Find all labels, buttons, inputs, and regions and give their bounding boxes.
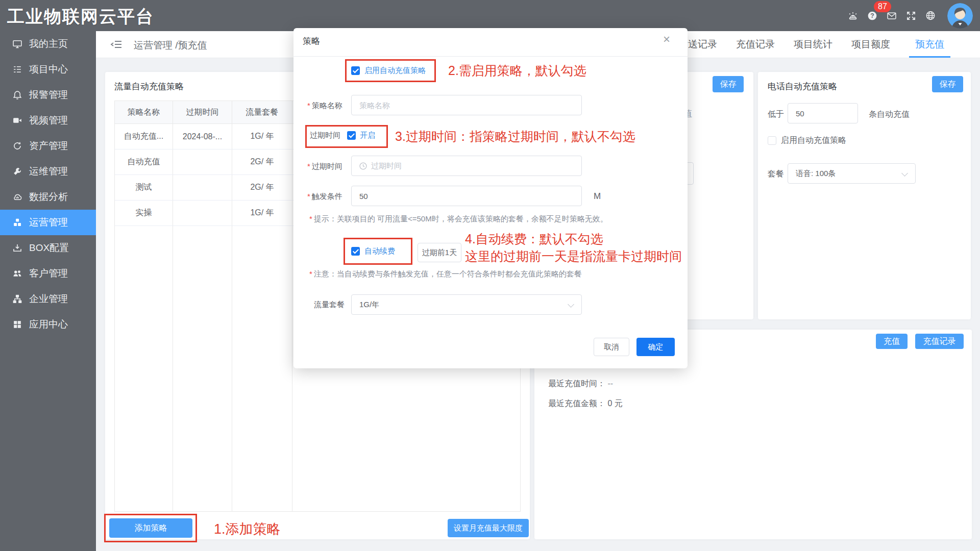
sidebar: 我的主页 项目中心 报警管理 视频管理 资产管理 运维管理 数据分析 运营管理 xyxy=(0,31,96,551)
last-time-label: 最近充值时间： xyxy=(548,379,605,388)
sidebar-item-box-config[interactable]: BOX配置 xyxy=(0,235,96,261)
sidebar-item-label: 数据分析 xyxy=(29,190,68,204)
phone-save-button[interactable]: 保存 xyxy=(932,76,963,92)
phone-package-select[interactable]: 语音: 100条 xyxy=(788,163,916,184)
modal-divider xyxy=(293,56,688,57)
expire-placeholder: 过期时间 xyxy=(371,161,402,171)
recycle-icon xyxy=(12,141,22,151)
sidebar-item-data-analysis[interactable]: 数据分析 xyxy=(0,184,96,210)
mail-badge: 87 xyxy=(874,1,891,12)
package-label: 套餐 xyxy=(768,169,784,180)
cell-name: 测试 xyxy=(115,175,173,200)
recharge-button[interactable]: 充值 xyxy=(876,334,908,349)
sidebar-item-assets[interactable]: 资产管理 xyxy=(0,133,96,159)
collapse-menu-icon[interactable] xyxy=(110,39,122,50)
sidebar-item-label: 应用中心 xyxy=(29,318,68,331)
phone-enable-label: 启用自动充值策略 xyxy=(781,135,846,146)
avatar[interactable] xyxy=(947,3,973,29)
clock-icon xyxy=(359,162,367,170)
sidebar-item-video[interactable]: 视频管理 xyxy=(0,108,96,133)
unit-suffix-label: 条自动充值 xyxy=(869,109,910,120)
name-label: *策略名称 xyxy=(307,101,342,111)
globe-icon[interactable] xyxy=(925,10,936,21)
close-icon[interactable]: × xyxy=(663,32,670,46)
bell-icon xyxy=(12,90,22,100)
modal-package-value: 1G/年 xyxy=(359,300,379,310)
add-strategy-button[interactable]: 添加策略 xyxy=(109,518,192,538)
sidebar-item-label: 视频管理 xyxy=(29,114,68,127)
sidebar-item-home[interactable]: 我的主页 xyxy=(0,31,96,57)
annotation-step3: 3.过期时间：指策略过期时间，默认不勾选 xyxy=(395,128,635,145)
breadcrumb: 运营管理 /预充值 xyxy=(134,39,207,52)
expire-time-input[interactable]: 过期时间 xyxy=(351,156,582,176)
last-amount-value: 0 元 xyxy=(607,399,622,408)
sidebar-item-app-center[interactable]: 应用中心 xyxy=(0,312,96,337)
tab-bar: 发送记录 充值记录 项目统计 项目额度 预充值 xyxy=(678,31,950,58)
chevron-down-icon xyxy=(568,301,574,308)
sidebar-item-operations[interactable]: 运营管理 xyxy=(0,210,96,235)
strategy-name-input[interactable] xyxy=(351,95,582,115)
cancel-button[interactable]: 取消 xyxy=(594,338,629,356)
last-time-value: -- xyxy=(607,379,613,388)
tab-recharge-records[interactable]: 充值记录 xyxy=(736,31,775,58)
wrench-icon xyxy=(12,166,22,177)
phone-package-value: 语音: 100条 xyxy=(796,169,836,179)
cubes-icon xyxy=(12,217,22,228)
enable-strategy-checkbox[interactable] xyxy=(351,66,360,75)
sidebar-item-ops[interactable]: 运维管理 xyxy=(0,159,96,184)
renew-before-input[interactable]: 过期前1天 xyxy=(418,243,461,262)
flow-panel-title: 流量自动充值策略 xyxy=(114,81,184,92)
renew-note: *注意：当自动续费与条件触发充值，任意一个符合条件时都会充值此策略的套餐 xyxy=(309,269,582,279)
phone-threshold-input[interactable] xyxy=(788,103,858,123)
col-header-expire: 过期时间 xyxy=(173,101,232,123)
fullscreen-icon[interactable] xyxy=(905,10,917,21)
expire-toggle-checkbox[interactable] xyxy=(347,131,356,140)
annotation-step2: 2.需启用策略，默认勾选 xyxy=(448,62,586,79)
last-recharge-amount-row: 最近充值金额： 0 元 xyxy=(548,398,623,409)
confirm-button[interactable]: 确定 xyxy=(636,338,675,356)
cell-package: 1G/ 年 xyxy=(232,124,292,149)
modal-package-label: 流量套餐 xyxy=(314,300,345,310)
app-header: 工业物联网云平台 87 ? xyxy=(0,0,980,31)
annotation-step4-line1: 4.自动续费：默认不勾选 xyxy=(465,230,682,247)
sidebar-item-projects[interactable]: 项目中心 xyxy=(0,57,96,82)
sidebar-item-enterprise[interactable]: 企业管理 xyxy=(0,286,96,312)
recharge-records-button[interactable]: 充值记录 xyxy=(915,334,964,349)
trigger-hint: *提示：关联项目的 可用流量<=50M时，将会充值该策略的套餐，余额不足时策略无… xyxy=(309,214,608,224)
expire-on-label: 开启 xyxy=(360,131,375,140)
app-grid-icon xyxy=(12,319,22,330)
expire-label: *过期时间 xyxy=(307,162,342,171)
sidebar-item-label: 项目中心 xyxy=(29,63,68,76)
required-star: * xyxy=(307,101,310,110)
required-star: * xyxy=(307,192,310,201)
monitor-icon xyxy=(12,39,22,49)
last-amount-label: 最近充值金额： xyxy=(548,399,605,408)
cell-expire xyxy=(173,175,232,200)
cell-name: 实操 xyxy=(115,201,173,226)
alarm-icon[interactable] xyxy=(847,10,859,21)
below-label: 低于 xyxy=(768,109,784,120)
sidebar-item-alarms[interactable]: 报警管理 xyxy=(0,82,96,108)
trigger-condition-input[interactable] xyxy=(351,186,582,206)
last-recharge-time-row: 最近充值时间： -- xyxy=(548,379,613,389)
sidebar-item-label: 运维管理 xyxy=(29,165,68,178)
tab-project-quota[interactable]: 项目额度 xyxy=(851,31,890,58)
sidebar-item-customers[interactable]: 客户管理 xyxy=(0,261,96,286)
modal-package-select[interactable]: 1G/年 xyxy=(351,294,582,315)
phone-enable-checkbox[interactable] xyxy=(768,136,776,145)
set-monthly-limit-button[interactable]: 设置月充值最大限度 xyxy=(448,519,529,537)
enable-strategy-label: 启用自动充值策略 xyxy=(364,66,426,76)
trigger-unit: M xyxy=(594,191,601,202)
sms-save-button[interactable]: 保存 xyxy=(713,76,744,92)
page: 工业物联网云平台 87 ? xyxy=(0,0,980,551)
auto-renew-checkbox[interactable] xyxy=(351,247,360,256)
tab-project-stats[interactable]: 项目统计 xyxy=(794,31,832,58)
help-icon[interactable]: ? xyxy=(867,10,878,21)
required-star: * xyxy=(307,162,310,170)
sidebar-item-label: BOX配置 xyxy=(29,241,69,255)
sidebar-item-label: 企业管理 xyxy=(29,292,68,306)
sidebar-item-label: 运营管理 xyxy=(29,216,68,229)
strategy-modal: 策略 × 启用自动充值策略 2.需启用策略，默认勾选 *策略名称 过期时间 开启… xyxy=(293,28,688,368)
tab-prepaid[interactable]: 预充值 xyxy=(909,31,950,58)
cell-expire xyxy=(173,201,232,226)
